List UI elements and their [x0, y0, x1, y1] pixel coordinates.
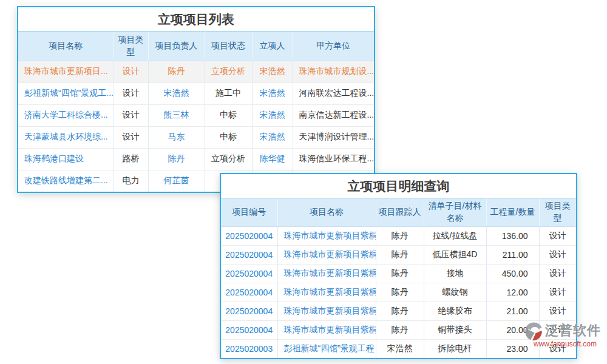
quantity-cell: 20.00 [486, 320, 539, 339]
project-row[interactable]: 济南大学工科综合楼... 设计 熊三林 中标 宋浩然 南京信达新工程设... [18, 104, 374, 126]
project-name-link[interactable]: 珠海市城市更新项目... [18, 61, 114, 83]
quantity-cell: 450.00 [486, 264, 539, 283]
col-header-project-name: 项目名称 [277, 198, 376, 226]
project-row[interactable]: 彭祖新城“四馆”景观工... 设计 宋浩然 施工中 宋浩然 河南联宏达工程设..… [18, 83, 374, 104]
project-type-cell: 设计 [114, 83, 148, 104]
project-type-cell: 设计 [539, 245, 576, 264]
project-name-link[interactable]: 彭祖新城“四馆”景观工... [18, 83, 114, 104]
material-cell: 绝缘胶布 [424, 302, 486, 320]
project-list-table: 项目名称 项目类型 项目负责人 项目状态 立项人 甲方单位 珠海市城市更新项目.… [18, 32, 374, 192]
detail-row[interactable]: 2025020004 珠海市城市更新项目紫桐 陈丹 绝缘胶布 21.00 设计 [221, 302, 576, 320]
detail-query-table: 项目编号 项目名称 项目跟踪人 清单子目/材料名称 工程量/数量 项目类型 20… [221, 198, 576, 358]
project-type-cell: 设计 [114, 61, 148, 83]
project-type-cell: 设计 [539, 226, 576, 245]
detail-row[interactable]: 2025020004 珠海市城市更新项目紫桐 陈丹 拉线/拉线盘 136.00 … [221, 226, 576, 245]
project-name-link[interactable]: 珠海市城市更新项目紫桐 [277, 264, 376, 283]
project-status-cell: 中标 [205, 104, 252, 126]
project-row[interactable]: 珠海鹤港口建设 路桥 陈丹 立项分析 陈华健 珠海信业环保工程... [18, 148, 374, 170]
project-manager-link[interactable]: 陈丹 [148, 148, 205, 170]
col-header-initiator: 立项人 [252, 32, 293, 61]
col-header-project-manager: 项目负责人 [148, 32, 205, 61]
tracker-cell: 陈丹 [376, 302, 424, 320]
project-name-link[interactable]: 珠海市城市更新项目紫桐 [277, 226, 376, 245]
project-name-link[interactable]: 珠海鹤港口建设 [18, 148, 114, 170]
col-header-project-name: 项目名称 [18, 32, 114, 61]
detail-row[interactable]: 2025020004 珠海市城市更新项目紫桐 陈丹 螺纹钢 12.00 设计 [221, 283, 576, 302]
tracker-cell: 宋浩然 [376, 339, 424, 358]
project-no-link[interactable]: 2025020004 [221, 320, 277, 339]
quantity-cell: 12.00 [486, 283, 539, 302]
project-type-cell: 路桥 [114, 148, 148, 170]
material-cell: 接地 [424, 264, 486, 283]
project-type-cell: 设计 [539, 339, 576, 358]
project-no-link[interactable]: 2025020004 [221, 283, 277, 302]
project-name-link[interactable]: 珠海市城市更新项目紫桐 [277, 302, 376, 320]
quantity-cell: 23.00 [486, 339, 539, 358]
detail-row[interactable]: 2025020003 彭祖新城“四馆”景观工程 宋浩然 拆除电杆 23.00 设… [221, 339, 576, 358]
project-type-cell: 设计 [539, 302, 576, 320]
project-manager-link[interactable]: 宋浩然 [148, 83, 205, 104]
client-unit-cell: 南京信达新工程设... [293, 104, 374, 126]
detail-query-panel: 立项项目明细查询 项目编号 项目名称 项目跟踪人 清单子目/材料名称 工程量/数… [220, 173, 577, 359]
project-status-cell: 立项分析 [205, 148, 252, 170]
col-header-quantity: 工程量/数量 [486, 198, 539, 226]
initiator-link[interactable]: 宋浩然 [252, 126, 293, 148]
col-header-project-status: 项目状态 [205, 32, 252, 61]
quantity-cell: 21.00 [486, 302, 539, 320]
detail-query-title: 立项项目明细查询 [221, 174, 576, 198]
project-name-link[interactable]: 珠海市城市更新项目紫桐 [277, 245, 376, 264]
initiator-link[interactable]: 宋浩然 [252, 83, 293, 104]
tracker-cell: 陈丹 [376, 264, 424, 283]
initiator-link[interactable]: 宋浩然 [252, 61, 293, 83]
project-list-panel: 立项项目列表 项目名称 项目类型 项目负责人 项目状态 立项人 甲方单位 珠海市… [17, 6, 375, 193]
detail-row[interactable]: 2025020004 珠海市城市更新项目紫桐 陈丹 低压横担4D 211.00 … [221, 245, 576, 264]
project-status-cell: 立项分析 [205, 61, 252, 83]
project-no-link[interactable]: 2025020004 [221, 302, 277, 320]
detail-header-row: 项目编号 项目名称 项目跟踪人 清单子目/材料名称 工程量/数量 项目类型 [221, 198, 576, 226]
project-list-header-row: 项目名称 项目类型 项目负责人 项目状态 立项人 甲方单位 [18, 32, 374, 61]
col-header-client-unit: 甲方单位 [293, 32, 374, 61]
project-name-link[interactable]: 济南大学工科综合楼... [18, 104, 114, 126]
project-manager-link[interactable]: 何芷茵 [148, 170, 205, 192]
project-name-link[interactable]: 改建铁路线增建第二... [18, 170, 114, 192]
project-type-cell: 设计 [114, 104, 148, 126]
project-name-link[interactable]: 珠海市城市更新项目紫桐 [277, 283, 376, 302]
project-name-link[interactable]: 彭祖新城“四馆”景观工程 [277, 339, 376, 358]
client-unit-cell: 珠海信业环保工程... [293, 148, 374, 170]
project-row[interactable]: 天津蒙城县水环境综... 设计 马东 中标 宋浩然 天津博润设计管理... [18, 126, 374, 148]
tracker-cell: 陈丹 [376, 320, 424, 339]
detail-row[interactable]: 2025020004 珠海市城市更新项目紫桐 陈丹 铜带接头 20.00 设计 [221, 320, 576, 339]
project-manager-link[interactable]: 陈丹 [148, 61, 205, 83]
project-manager-link[interactable]: 熊三林 [148, 104, 205, 126]
project-no-link[interactable]: 2025020003 [221, 339, 277, 358]
detail-row[interactable]: 2025020004 珠海市城市更新项目紫桐 陈丹 接地 450.00 设计 [221, 264, 576, 283]
initiator-link[interactable]: 陈华健 [252, 148, 293, 170]
quantity-cell: 211.00 [486, 245, 539, 264]
tracker-cell: 陈丹 [376, 226, 424, 245]
project-type-cell: 设计 [539, 264, 576, 283]
project-manager-link[interactable]: 马东 [148, 126, 205, 148]
material-cell: 铜带接头 [424, 320, 486, 339]
project-type-cell: 设计 [539, 320, 576, 339]
material-cell: 拉线/拉线盘 [424, 226, 486, 245]
project-name-link[interactable]: 天津蒙城县水环境综... [18, 126, 114, 148]
project-no-link[interactable]: 2025020004 [221, 264, 277, 283]
project-no-link[interactable]: 2025020004 [221, 226, 277, 245]
quantity-cell: 136.00 [486, 226, 539, 245]
project-status-cell: 施工中 [205, 83, 252, 104]
client-unit-cell: 珠海市城市规划设... [293, 61, 374, 83]
initiator-link[interactable]: 宋浩然 [252, 104, 293, 126]
project-no-link[interactable]: 2025020004 [221, 245, 277, 264]
tracker-cell: 陈丹 [376, 245, 424, 264]
project-type-cell: 设计 [539, 283, 576, 302]
project-row-selected[interactable]: 珠海市城市更新项目... 设计 陈丹 立项分析 宋浩然 珠海市城市规划设... [18, 61, 374, 83]
col-header-project-no: 项目编号 [221, 198, 277, 226]
project-type-cell: 电力 [114, 170, 148, 192]
col-header-tracker: 项目跟踪人 [376, 198, 424, 226]
project-name-link[interactable]: 珠海市城市更新项目紫桐 [277, 320, 376, 339]
client-unit-cell: 河南联宏达工程设... [293, 83, 374, 104]
material-cell: 低压横担4D [424, 245, 486, 264]
project-type-cell: 设计 [114, 126, 148, 148]
tracker-cell: 陈丹 [376, 283, 424, 302]
client-unit-cell: 天津博润设计管理... [293, 126, 374, 148]
